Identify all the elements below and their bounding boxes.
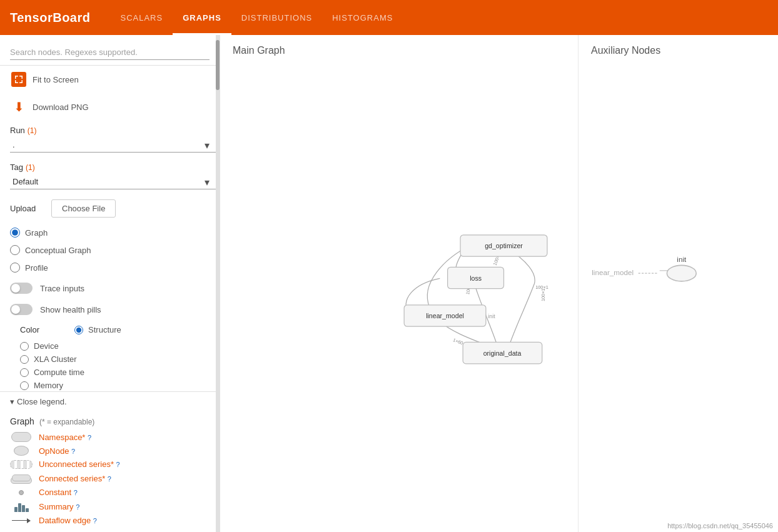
scrollbar[interactable] [216,35,220,532]
run-select[interactable]: . [10,138,217,153]
edge-original-gd [507,248,535,346]
fit-to-screen-button[interactable]: Fit to Screen [0,66,220,93]
upload-label: Upload [10,204,41,213]
color-radio-structure[interactable]: Structure [74,323,121,336]
auxiliary-nodes-section: Auxiliary Nodes linear_model init [578,35,778,532]
constant-shape [19,490,24,495]
download-png-label: Download PNG [33,103,89,112]
choose-file-button[interactable]: Choose File [51,199,116,218]
color-radio-device[interactable]: Device [20,339,210,353]
legend-item-namespace: Namespace* ? [10,430,210,444]
node-gd-optimizer-label: gd_optimizer [485,242,523,249]
svg-rect-3 [22,76,23,79]
color-radio-compute-label: Compute time [34,368,84,377]
main-nav: SCALARS GRAPHS DISTRIBUTIONS HISTOGRAMS [110,0,403,35]
unconnected-label[interactable]: Unconnected series* ? [39,459,120,469]
radio-profile-label: Profile [25,263,48,273]
color-radio-memory[interactable]: Memory [20,379,210,391]
graph-svg[interactable]: 100×1 100×1 100×1 100×1 1×60 gd_optimize… [220,35,578,532]
download-png-button[interactable]: ⬇ Download PNG [0,93,220,121]
legend-toggle-button[interactable]: ▾ Close legend. [0,392,220,411]
constant-label[interactable]: Constant ? [39,488,78,497]
tag-section-label: Tag (1) [0,158,220,174]
unconnected-shape-icon [10,460,33,469]
connected-shape-icon [10,473,33,484]
namespace-label[interactable]: Namespace* ? [39,433,91,442]
fit-to-screen-label: Fit to Screen [33,75,79,84]
legend-title: Graph [10,416,34,426]
namespace-shape-icon [10,432,33,442]
nav-distributions[interactable]: DISTRIBUTIONS [231,0,322,35]
tag-select[interactable]: Default [10,174,217,189]
run-select-container: . ▾ [0,138,220,158]
graph-area[interactable]: Main Graph [220,35,778,532]
color-radio-structure-label: Structure [88,325,121,334]
legend-section: ▾ Close legend. Graph (* = expandable) N… [0,391,220,532]
opnode-shape-icon [10,446,33,456]
constant-shape-icon [10,490,33,495]
search-input[interactable] [10,45,210,60]
summary-label[interactable]: Summary ? [39,502,79,511]
search-container [0,40,220,66]
color-label: Color [10,323,49,337]
legend-item-opnode: OpNode ? [10,444,210,458]
radio-conceptual[interactable]: Conceptual Graph [10,243,210,258]
connected-label[interactable]: Connected series* ? [39,474,111,483]
radio-graph[interactable]: Graph [10,225,210,240]
radio-profile-input[interactable] [10,263,20,273]
tag-count: (1) [26,163,35,172]
svg-rect-1 [15,76,16,79]
color-radio-group-rest: Device XLA Cluster Compute time Memory T… [0,339,220,391]
trace-inputs-toggle[interactable] [10,283,33,294]
color-radio-xla-label: XLA Cluster [34,354,77,364]
show-health-pills-toggle[interactable] [10,304,33,315]
run-section-label: Run (1) [0,121,220,138]
color-radio-xla[interactable]: XLA Cluster [20,353,210,366]
nav-histograms[interactable]: HISTOGRAMS [322,0,403,35]
trace-inputs-label: Trace inputs [40,284,84,293]
color-radio-compute[interactable]: Compute time [20,366,210,379]
aux-init-node[interactable] [667,265,696,281]
color-radio-memory-input[interactable] [20,381,29,390]
nav-scalars[interactable]: SCALARS [110,0,173,35]
dataflow-label[interactable]: Dataflow edge ? [39,516,97,525]
radio-graph-label: Graph [25,228,48,238]
auxiliary-svg[interactable]: linear_model init [578,60,778,532]
radio-conceptual-label: Conceptual Graph [25,246,91,255]
aux-init-label: init [677,255,687,263]
tag-select-container: Default ▾ [0,174,220,194]
legend-item-unconnected: Unconnected series* ? [10,458,210,471]
scroll-thumb[interactable] [216,40,220,90]
svg-rect-5 [15,80,16,83]
edge-label-3: 100×1 [540,288,546,301]
opnode-label[interactable]: OpNode ? [39,446,75,456]
node-linear-model-label: linear_model [426,312,464,319]
radio-profile[interactable]: Profile [10,260,210,275]
main-content: Main Graph [220,35,778,532]
main-layout: Fit to Screen ⬇ Download PNG Run (1) . ▾ [0,35,778,532]
color-radio-device-input[interactable] [20,342,29,351]
radio-conceptual-input[interactable] [10,245,20,255]
upload-section: Upload Choose File [0,194,220,223]
run-count: (1) [28,126,37,135]
url-bar: https://blog.csdn.net/qq_35455046 [667,522,773,529]
show-health-pills-row: Show health pills [0,299,220,320]
color-radio-xla-input[interactable] [20,355,29,364]
color-radio-structure-input[interactable] [74,326,83,334]
legend-title-row: Graph (* = expandable) [10,416,210,426]
node-loss-label: loss [470,274,482,282]
dataflow-shape [12,518,31,523]
chevron-down-icon: ▾ [10,397,14,406]
legend-item-summary: Summary ? [10,499,210,514]
trace-inputs-row: Trace inputs [0,278,220,299]
radio-graph-input[interactable] [10,228,20,238]
graph-type-radio-group: Graph Conceptual Graph Profile [0,223,220,278]
connected-shape [11,473,32,484]
sidebar: Fit to Screen ⬇ Download PNG Run (1) . ▾ [0,35,220,532]
color-radio-device-label: Device [34,341,59,351]
color-radio-compute-input[interactable] [20,368,29,377]
sidebar-scroll[interactable]: Fit to Screen ⬇ Download PNG Run (1) . ▾ [0,35,220,391]
nav-graphs[interactable]: GRAPHS [173,0,231,35]
dataflow-shape-icon [10,518,33,523]
unconnected-shape [10,460,33,469]
